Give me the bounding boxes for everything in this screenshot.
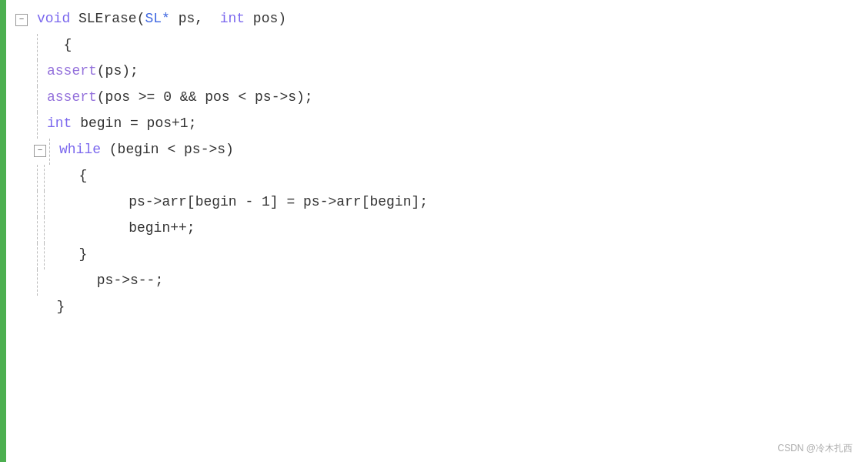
line-8: ps->arr[begin - 1] = ps->arr[begin]; xyxy=(15,191,868,217)
line-9: begin++; xyxy=(15,217,868,243)
line-6-content: while (begin < ps->s) xyxy=(53,139,234,161)
line-7: { xyxy=(15,165,868,191)
line-4: assert(pos >= 0 && pos < ps->s); xyxy=(15,86,868,112)
guide-3 xyxy=(37,60,38,86)
line-2-content: { xyxy=(41,34,72,56)
guide-5 xyxy=(37,112,38,139)
line-5-content: int begin = pos+1; xyxy=(41,112,196,135)
guide-10b xyxy=(44,243,45,270)
guide-9b xyxy=(44,217,45,243)
guide-11 xyxy=(37,270,38,296)
guide-2 xyxy=(37,34,38,60)
line-10-content: } xyxy=(48,243,87,266)
line-12-content: } xyxy=(34,296,65,318)
line-12: } xyxy=(15,296,868,322)
line-9-content: begin++; xyxy=(48,217,195,239)
guide-10a xyxy=(37,243,38,270)
kw-int-2: int xyxy=(47,112,72,135)
line-8-content: ps->arr[begin - 1] = ps->arr[begin]; xyxy=(48,191,428,213)
assert-2: assert xyxy=(47,86,97,109)
guide-7a xyxy=(37,165,38,191)
code-block: − void SLErase(SL* ps, int pos) { assert… xyxy=(0,8,868,322)
kw-while: while xyxy=(59,139,101,161)
line-3: assert(ps); xyxy=(15,60,868,86)
fold-icon-1[interactable]: − xyxy=(15,14,28,26)
guide-4 xyxy=(37,86,38,112)
guide-9a xyxy=(37,217,38,243)
line-5: int begin = pos+1; xyxy=(15,112,868,139)
code-container: − void SLErase(SL* ps, int pos) { assert… xyxy=(0,0,868,462)
guide-6a xyxy=(49,139,50,165)
kw-void: void xyxy=(37,8,70,30)
line-7-content: { xyxy=(48,165,87,187)
line-1-content: void SLErase(SL* ps, int pos) xyxy=(31,8,286,30)
watermark: CSDN @冷木扎西 xyxy=(777,441,853,456)
guide-7b xyxy=(44,165,45,191)
line-6: − while (begin < ps->s) xyxy=(15,139,868,165)
fold-icon-6[interactable]: − xyxy=(34,145,46,157)
line-11-content: ps->s--; xyxy=(41,270,163,292)
line-4-content: assert(pos >= 0 && pos < ps->s); xyxy=(41,86,313,109)
guide-8a xyxy=(37,191,38,217)
line-11: ps->s--; xyxy=(15,270,868,296)
line-10: } xyxy=(15,243,868,270)
line-3-content: assert(ps); xyxy=(41,60,139,82)
kw-int-1: int xyxy=(220,8,245,30)
assert-1: assert xyxy=(47,60,97,82)
type-sl: SL* xyxy=(145,8,169,30)
line-1: − void SLErase(SL* ps, int pos) xyxy=(15,8,868,34)
line-2: { xyxy=(15,34,868,60)
guide-8b xyxy=(44,191,45,217)
